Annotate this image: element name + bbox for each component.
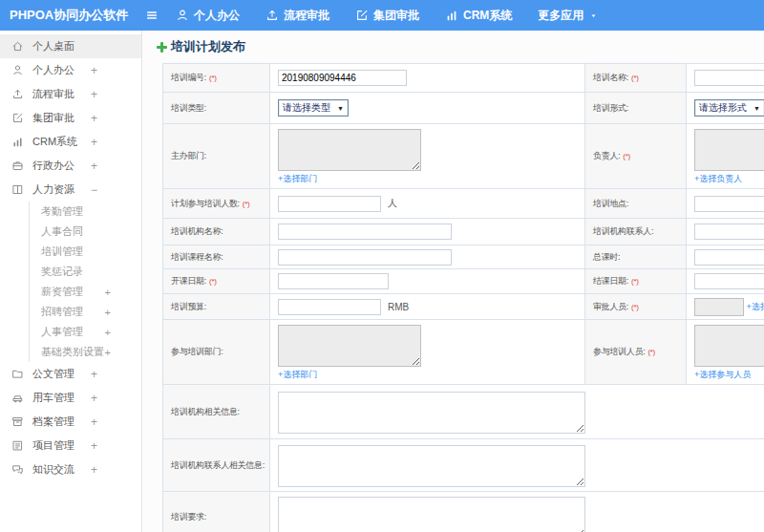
start-date-input[interactable] xyxy=(278,273,389,289)
join-people-label: 参与培训人员:(*) xyxy=(585,320,687,385)
sidebar-item-group-approval[interactable]: 集团审批+ xyxy=(0,106,141,130)
org-info-label: 培训机构相关信息: xyxy=(163,385,270,439)
sidebar-item-document-management[interactable]: 公文管理+ xyxy=(0,362,141,386)
sidebar-item-admin-office[interactable]: 行政办公+ xyxy=(0,154,141,178)
requirements-label: 培训要求: xyxy=(163,492,270,532)
expand-toggle-icon: + xyxy=(91,368,97,381)
caret-down-icon: ▼ xyxy=(337,105,344,112)
nav-item-label: 集团审批 xyxy=(373,8,419,24)
train-no-input[interactable] xyxy=(278,70,407,86)
join-depts-textarea[interactable] xyxy=(278,325,421,367)
table-row: 培训课程名称: 总课时: xyxy=(163,245,764,269)
document-icon xyxy=(11,368,24,380)
sidebar-item-knowledge-exchange[interactable]: 知识交流+ xyxy=(0,458,141,481)
sidebar-subitem-attendance-management[interactable]: 考勤管理 xyxy=(30,202,141,222)
nav-item-crm-system[interactable]: CRM系统 xyxy=(445,8,512,24)
select-dept-link[interactable]: +选择部门 xyxy=(278,174,317,183)
sidebar-item-personal-desktop[interactable]: 个人桌面 xyxy=(0,34,141,58)
table-row: 培训编号:(*) 培训名称:(*) xyxy=(163,64,764,93)
collapse-toggle-icon: − xyxy=(91,183,97,197)
sidebar-item-human-resources[interactable]: 人力资源− xyxy=(0,178,141,202)
sidebar: 个人桌面个人办公+流程审批+集团审批+CRM系统+行政办公+人力资源−考勤管理人… xyxy=(0,31,142,532)
chart-icon xyxy=(11,136,24,148)
sidebar-subitem-salary-management[interactable]: 薪资管理+ xyxy=(30,282,141,302)
nav-item-personal-office[interactable]: 个人办公 xyxy=(176,8,240,24)
select-join-dept-link[interactable]: +选择部门 xyxy=(278,370,317,379)
sidebar-item-vehicle-management[interactable]: 用车管理+ xyxy=(0,386,141,410)
caret-down-icon: ▼ xyxy=(753,105,760,112)
table-row: 参与培训部门: +选择部门 参与培训人员:(*) +选择参与人员 xyxy=(163,320,764,385)
expand-toggle-icon: + xyxy=(91,112,97,125)
train-name-input[interactable] xyxy=(694,70,764,86)
org-contact-label: 培训机构联系人: xyxy=(585,219,687,245)
sidebar-subitem-label: 考勤管理 xyxy=(41,204,83,219)
sidebar-subitem-reward-punishment-record[interactable]: 奖惩记录 xyxy=(30,262,141,282)
sidebar-item-crm-system[interactable]: CRM系统+ xyxy=(0,130,141,154)
approver-box[interactable] xyxy=(694,298,744,316)
sidebar-item-label: 流程审批 xyxy=(32,87,74,101)
join-people-textarea[interactable] xyxy=(694,325,764,367)
sidebar-item-label: 公文管理 xyxy=(32,367,74,381)
page-title: 培训计划发布 xyxy=(171,38,245,55)
sidebar-item-label: 个人办公 xyxy=(32,63,74,77)
hamburger-icon[interactable] xyxy=(145,9,159,22)
sidebar-submenu: 考勤管理人事合同培训管理奖惩记录薪资管理+招聘管理+人事管理+基础类别设置+ xyxy=(29,202,141,362)
sidebar-subitem-label: 招聘管理 xyxy=(41,305,83,319)
sidebar-item-label: 档案管理 xyxy=(32,415,74,429)
total-hours-input[interactable] xyxy=(694,249,764,266)
sidebar-subitem-training-management[interactable]: 培训管理 xyxy=(30,242,141,262)
table-row: 培训类型: 请选择类型▼ 培训形式: 请选择形式▼ xyxy=(163,93,764,124)
train-form-select[interactable]: 请选择形式▼ xyxy=(694,99,764,117)
sidebar-subitem-label: 基础类别设置 xyxy=(41,345,104,359)
org-info-textarea[interactable] xyxy=(278,392,585,434)
location-input[interactable] xyxy=(694,196,764,212)
sidebar-item-label: CRM系统 xyxy=(32,135,77,149)
sidebar-subitem-label: 培训管理 xyxy=(41,245,83,259)
table-row: 培训机构联系人相关信息: xyxy=(163,439,764,492)
budget-input[interactable] xyxy=(278,299,381,315)
sidebar-item-archive-management[interactable]: 档案管理+ xyxy=(0,410,141,434)
table-row: 培训机构名称: 培训机构联系人: xyxy=(163,219,764,245)
expand-toggle-icon: + xyxy=(91,392,97,405)
caret-down-icon xyxy=(589,11,598,20)
sidebar-subitem-recruitment-management[interactable]: 招聘管理+ xyxy=(30,302,141,322)
org-name-label: 培训机构名称: xyxy=(163,219,270,245)
nav-item-label: 更多应用 xyxy=(538,8,584,24)
expand-toggle-icon: + xyxy=(105,347,111,358)
select-approver-link[interactable]: +选择审批人员 xyxy=(747,301,764,310)
sidebar-subitem-label: 人事合同 xyxy=(41,224,83,239)
sidebar-subitem-personnel-management[interactable]: 人事管理+ xyxy=(30,322,141,342)
org-contact-input[interactable] xyxy=(694,223,764,240)
expand-toggle-icon: + xyxy=(105,307,111,318)
top-bar: PHPOA协同办公软件 个人办公流程审批集团审批CRM系统更多应用 xyxy=(0,0,764,31)
table-row: 培训预算: RMB 审批人员:(*) +选择审批人员 xyxy=(163,294,764,320)
start-date-label: 开课日期:(*) xyxy=(163,269,270,294)
select-leader-link[interactable]: +选择负责人 xyxy=(694,174,742,183)
select-join-people-link[interactable]: +选择参与人员 xyxy=(694,370,751,379)
sidebar-item-label: 人力资源 xyxy=(32,182,74,197)
requirements-textarea[interactable] xyxy=(278,497,585,532)
host-dept-textarea[interactable] xyxy=(278,129,421,171)
edit-icon xyxy=(11,112,24,124)
nav-item-workflow-approval[interactable]: 流程审批 xyxy=(265,8,329,24)
sidebar-subitem-basic-category-settings[interactable]: 基础类别设置+ xyxy=(30,342,141,362)
leader-textarea[interactable] xyxy=(694,129,764,171)
train-name-label: 培训名称:(*) xyxy=(585,64,687,93)
org-contact-info-textarea[interactable] xyxy=(278,445,585,487)
expand-toggle-icon: + xyxy=(91,136,97,149)
sidebar-item-personal-office[interactable]: 个人办公+ xyxy=(0,58,141,82)
sidebar-item-workflow-approval[interactable]: 流程审批+ xyxy=(0,82,141,106)
planned-count-input[interactable] xyxy=(278,196,381,212)
chart-icon xyxy=(445,9,458,22)
expand-toggle-icon: + xyxy=(91,439,97,453)
nav-item-group-approval[interactable]: 集团审批 xyxy=(355,8,419,24)
sidebar-item-project-management[interactable]: 项目管理+ xyxy=(0,434,141,458)
nav-item-more-apps[interactable]: 更多应用 xyxy=(538,8,598,24)
course-name-input[interactable] xyxy=(278,249,452,266)
upload-icon xyxy=(11,88,24,100)
train-type-select[interactable]: 请选择类型▼ xyxy=(278,99,349,117)
sidebar-subitem-personnel-contract[interactable]: 人事合同 xyxy=(30,222,141,242)
end-date-input[interactable] xyxy=(694,273,764,289)
sidebar-item-label: 个人桌面 xyxy=(32,39,74,53)
org-name-input[interactable] xyxy=(278,223,452,240)
